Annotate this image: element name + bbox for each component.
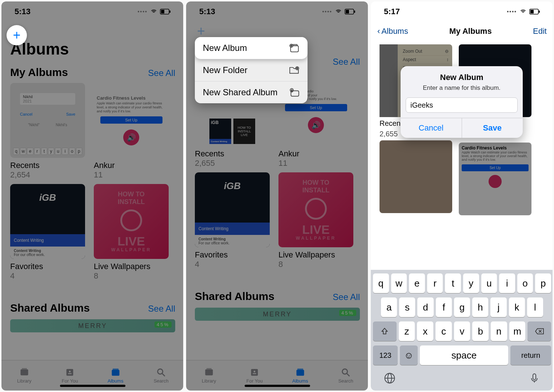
status-time: 5:13	[199, 7, 215, 16]
key-o[interactable]: o	[517, 273, 533, 293]
album-thumbnail[interactable]	[380, 140, 452, 213]
shared-album-preview[interactable]: MERRY 45%	[195, 308, 360, 321]
key-return[interactable]: return	[510, 345, 551, 365]
key-j[interactable]: j	[490, 297, 506, 317]
menu-new-album[interactable]: New Album +	[195, 37, 308, 59]
svg-line-11	[162, 374, 165, 376]
key-n[interactable]: n	[491, 321, 507, 341]
edit-button[interactable]: Edit	[533, 27, 547, 36]
key-f[interactable]: f	[436, 297, 452, 317]
see-all-link[interactable]: See All	[333, 57, 360, 67]
section-my-albums: My Albums See All	[1, 62, 183, 81]
alert-title: New Album	[401, 73, 523, 82]
tab-library[interactable]: Library	[186, 360, 232, 391]
svg-rect-16	[206, 368, 212, 369]
key-t[interactable]: t	[445, 273, 461, 293]
album-item[interactable]: HOW TOINSTALLLIVEWALLPAPER Live Wallpape…	[278, 172, 353, 269]
key-space[interactable]: space	[420, 345, 508, 365]
new-album-alert: New Album Enter a name for this album. C…	[401, 66, 523, 138]
key-a[interactable]: a	[381, 297, 397, 317]
add-button-highlight[interactable]: +	[7, 25, 27, 45]
battery-icon	[160, 9, 171, 15]
key-l[interactable]: l	[527, 297, 543, 317]
album-thumbnail: HOW TOINSTALLLIVEWALLPAPER	[278, 172, 353, 247]
menu-new-folder[interactable]: New Folder +	[195, 59, 308, 81]
album-name-input[interactable]	[406, 97, 518, 113]
alert-save-button[interactable]: Save	[462, 118, 523, 138]
key-z[interactable]: z	[399, 321, 415, 341]
key-p[interactable]: p	[535, 273, 551, 293]
album-item[interactable]: Cardio Fitness Levels Apple Watch can es…	[94, 83, 169, 180]
speaker-icon: 🔊	[123, 129, 139, 145]
svg-point-18	[254, 371, 256, 372]
album-count: 2,655	[195, 159, 270, 168]
key-g[interactable]: g	[454, 297, 470, 317]
album-item[interactable]: Nikhil2021 CancelSave "Nikhil"Nikhil's q…	[10, 83, 85, 180]
home-indicator[interactable]	[60, 385, 125, 387]
cellular-icon: ••••	[137, 9, 148, 15]
svg-rect-42	[533, 374, 536, 380]
album-count: 2,654	[10, 170, 85, 180]
key-m[interactable]: m	[509, 321, 526, 341]
key-r[interactable]: r	[427, 273, 443, 293]
svg-point-22	[342, 369, 348, 374]
key-k[interactable]: k	[509, 297, 525, 317]
nav-bar: +	[1, 22, 183, 40]
key-h[interactable]: h	[472, 297, 488, 317]
key-b[interactable]: b	[472, 321, 489, 341]
wifi-icon	[519, 8, 527, 15]
key-q[interactable]: q	[373, 273, 389, 293]
album-item[interactable]: iGB Content Writing Content WritingFor o…	[195, 172, 270, 269]
tab-library[interactable]: Library	[1, 360, 47, 391]
key-c[interactable]: c	[435, 321, 452, 341]
alert-cancel-button[interactable]: Cancel	[401, 118, 462, 138]
key-x[interactable]: x	[417, 321, 433, 341]
add-button[interactable]: +	[193, 24, 209, 38]
key-u[interactable]: u	[481, 273, 497, 293]
key-i[interactable]: i	[499, 273, 515, 293]
key-w[interactable]: w	[391, 273, 407, 293]
battery-icon	[345, 9, 356, 15]
tab-search[interactable]: Search	[323, 360, 368, 391]
album-grid-row2: iGB Content Writing Content WritingFor o…	[186, 170, 368, 271]
key-emoji[interactable]: ☺	[400, 345, 418, 365]
mini-keyboard: qwertyuiop	[13, 148, 82, 155]
wifi-icon	[150, 8, 158, 15]
svg-rect-4	[22, 368, 27, 369]
status-icons: ••••	[322, 8, 356, 15]
svg-text:+: +	[296, 67, 298, 70]
see-all-link[interactable]: See All	[148, 304, 175, 314]
see-all-link[interactable]: See All	[333, 292, 360, 302]
key-e[interactable]: e	[409, 273, 425, 293]
globe-icon[interactable]	[384, 372, 396, 385]
album-thumbnail[interactable]: Cardio Fitness Levels Apple Watch can es…	[459, 143, 531, 215]
album-item[interactable]: HOW TO INSTALL LIVE WALLPAPER Live Wallp…	[94, 184, 169, 281]
album-name: Ankur	[278, 149, 353, 159]
album-item[interactable]: iGB Content Writing Content WritingFor o…	[10, 184, 85, 281]
key-v[interactable]: v	[454, 321, 470, 341]
menu-new-shared-album[interactable]: New Shared Album +	[195, 81, 308, 103]
key-y[interactable]: y	[463, 273, 479, 293]
tab-search[interactable]: Search	[138, 360, 184, 391]
album-thumbnail: Nikhil2021 CancelSave "Nikhil"Nikhil's q…	[10, 83, 85, 158]
nav-title: My Albums	[449, 27, 492, 36]
folder-add-icon: +	[289, 65, 300, 75]
phone-screen-1: 5:13 •••• + Albums My Albums See All Nik…	[1, 1, 183, 391]
mic-icon[interactable]	[529, 372, 540, 385]
album-thumbnail: iGB Content Writing Content WritingFor o…	[195, 172, 270, 247]
svg-rect-19	[253, 373, 256, 374]
back-button[interactable]: ‹Albums	[377, 27, 408, 36]
home-indicator[interactable]	[245, 385, 310, 387]
album-name: Recents	[195, 149, 270, 159]
key-s[interactable]: s	[399, 297, 415, 317]
see-all-link[interactable]: See All	[148, 68, 175, 78]
key-shift[interactable]	[373, 321, 397, 341]
key-backspace[interactable]	[527, 321, 551, 341]
svg-rect-1	[161, 10, 164, 13]
svg-rect-9	[113, 369, 119, 370]
album-count: 8	[278, 260, 353, 269]
key-123[interactable]: 123	[373, 345, 398, 365]
status-bar: 5:13 ••••	[1, 1, 183, 22]
key-d[interactable]: d	[417, 297, 433, 317]
shared-album-preview[interactable]: MERRY 45%	[10, 319, 175, 332]
